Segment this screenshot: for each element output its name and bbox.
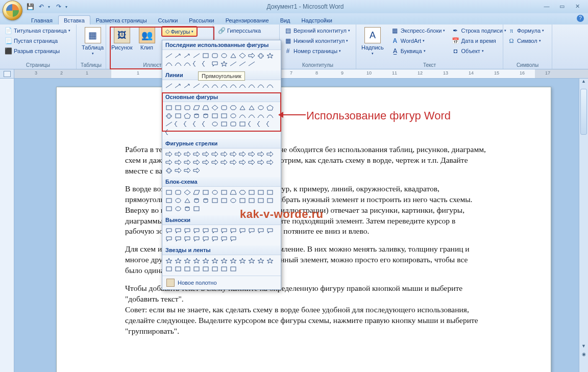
shape-brace-icon[interactable] [164, 128, 174, 136]
shape-rect-icon[interactable] [210, 112, 219, 120]
shape-rect-icon[interactable] [247, 196, 256, 205]
shape-callout-icon[interactable] [256, 227, 265, 235]
shape-diamond-icon[interactable] [210, 104, 219, 112]
shape-cyl-icon[interactable] [201, 196, 210, 205]
page-number-button[interactable]: #Номер страницы ▾ [283, 46, 342, 56]
shape-blockarr-icon[interactable] [183, 158, 192, 166]
shape-ellipse-icon[interactable] [210, 188, 219, 196]
shape-curve-icon[interactable] [238, 82, 247, 90]
shape-blockarr-icon[interactable] [229, 158, 238, 166]
shape-callout-icon[interactable] [219, 227, 229, 235]
shape-callout-icon[interactable] [201, 227, 210, 235]
shape-blockarr-icon[interactable] [192, 158, 201, 166]
scroll-down-icon[interactable]: ▼ [579, 343, 588, 352]
shape-ellipse-icon[interactable] [229, 112, 238, 120]
office-button[interactable] [3, 1, 22, 20]
shape-callout-icon[interactable] [265, 227, 275, 235]
shape-callout-icon[interactable] [210, 227, 219, 235]
shape-star-icon[interactable] [192, 257, 201, 265]
shape-cyl-icon[interactable] [201, 112, 210, 120]
shape-curve-icon[interactable] [247, 82, 256, 90]
shape-blockarr-icon[interactable] [219, 158, 229, 166]
shape-blockarr-icon[interactable] [192, 166, 201, 175]
shape-callout-icon[interactable] [164, 227, 174, 235]
undo-dropdown[interactable]: ▾ [48, 5, 52, 9]
shape-blockarr-icon[interactable] [256, 158, 265, 166]
shape-brace-icon[interactable] [265, 120, 275, 128]
shape-roundrect-icon[interactable] [229, 120, 238, 128]
help-icon[interactable]: ? [577, 15, 584, 22]
shape-callout-icon[interactable] [219, 235, 229, 243]
shape-hex-icon[interactable] [229, 104, 238, 112]
scroll-thumb[interactable] [580, 89, 587, 135]
shape-rect-icon[interactable] [201, 188, 210, 196]
shape-brace-icon[interactable] [192, 120, 201, 128]
shape-blockarr-icon[interactable] [247, 150, 256, 158]
shape-star-icon[interactable] [219, 257, 229, 265]
shape-rect-icon[interactable] [164, 104, 174, 112]
shape-callout-icon[interactable] [229, 227, 238, 235]
ruler-corner[interactable] [0, 69, 14, 78]
restore-button[interactable]: ▭ [556, 3, 568, 10]
shape-rect-icon[interactable] [201, 52, 210, 60]
shape-curve-icon[interactable] [164, 60, 174, 68]
shape-callout-icon[interactable] [174, 235, 183, 243]
shape-curve-icon[interactable] [219, 82, 229, 90]
shape-hex-icon[interactable] [238, 188, 247, 196]
shape-blockarr-icon[interactable] [210, 150, 219, 158]
shape-blockarr-icon[interactable] [174, 150, 183, 158]
shape-rect-icon[interactable] [229, 265, 238, 273]
shape-rect-icon[interactable] [210, 196, 219, 205]
tab-addins[interactable]: Надстройки [296, 15, 338, 24]
ruler-h-scale[interactable]: 3211234567891011121314151617 [14, 69, 588, 78]
shape-callout-icon[interactable] [210, 235, 219, 243]
shape-callout-icon[interactable] [192, 227, 201, 235]
shape-rect-icon[interactable] [174, 265, 183, 273]
shape-blockarr-icon[interactable] [164, 158, 174, 166]
shape-line-icon[interactable] [164, 120, 174, 128]
shape-brace-icon[interactable] [201, 60, 210, 68]
shape-star-icon[interactable] [247, 257, 256, 265]
redo-icon[interactable]: ↷ [54, 2, 63, 11]
shape-rect-icon[interactable] [174, 104, 183, 112]
shape-line-icon[interactable] [229, 60, 238, 68]
shape-line-icon[interactable] [192, 82, 201, 90]
header-button[interactable]: ▤Верхний колонтитул ▾ [283, 26, 351, 35]
shape-blockarr-icon[interactable] [210, 158, 219, 166]
shape-blockarr-icon[interactable] [183, 166, 192, 175]
vertical-scrollbar[interactable]: ▲ ▼ ◉ [579, 79, 588, 372]
shape-rect-icon[interactable] [256, 188, 265, 196]
shape-rect-icon[interactable] [219, 265, 229, 273]
close-button[interactable]: ✕ [572, 3, 583, 10]
shape-ellipse-icon[interactable] [219, 52, 229, 60]
shape-cyl-icon[interactable] [192, 196, 201, 205]
shape-star-icon[interactable] [265, 52, 275, 60]
shape-callout-icon[interactable] [164, 235, 174, 243]
shape-blockarr-icon[interactable] [219, 150, 229, 158]
shape-curve-icon[interactable] [247, 112, 256, 120]
ruler-vertical[interactable] [0, 79, 14, 372]
tab-insert[interactable]: Вставка [58, 15, 90, 24]
shape-line-icon[interactable] [238, 60, 247, 68]
document-scroll[interactable]: Работа в текстовом редакторе Microsoft W… [14, 79, 579, 372]
shape-arrow-icon[interactable] [183, 52, 192, 60]
shape-cross-icon[interactable] [256, 52, 265, 60]
scroll-up-icon[interactable]: ▲ [579, 79, 588, 87]
shape-rect-icon[interactable] [247, 188, 256, 196]
picture-button[interactable]: 🖼 Рисунок [109, 26, 135, 52]
shape-line-icon[interactable] [192, 52, 201, 60]
shape-blockarr-icon[interactable] [247, 158, 256, 166]
shape-rect-icon[interactable] [183, 265, 192, 273]
shape-blockarr-icon[interactable] [201, 150, 210, 158]
shape-blockarr-icon[interactable] [247, 52, 256, 60]
hyperlink-button[interactable]: 🔗Гиперссылка [216, 26, 262, 35]
signature-line-button[interactable]: ✒Строка подписи ▾ [450, 26, 507, 35]
shape-roundrect-icon[interactable] [174, 188, 183, 196]
shape-rect-icon[interactable] [219, 112, 229, 120]
shape-roundrect-icon[interactable] [219, 104, 229, 112]
shape-blockarr-icon[interactable] [183, 150, 192, 158]
shape-ellipse-icon[interactable] [229, 196, 238, 205]
shape-star-icon[interactable] [229, 257, 238, 265]
shape-rect-icon[interactable] [265, 188, 275, 196]
shape-rect-icon[interactable] [164, 188, 174, 196]
